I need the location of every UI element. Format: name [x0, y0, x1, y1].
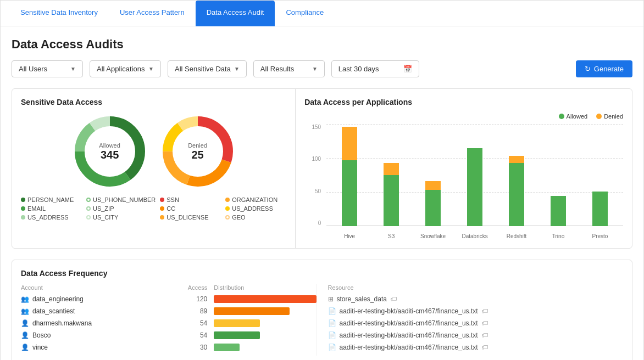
user-icon: 👤	[21, 319, 29, 327]
bar-redshift	[498, 124, 535, 226]
app-chart-section: Data Access per Applications Allowed Den…	[296, 89, 632, 248]
filter-bar: All Users ▼ All Applications ▼ All Sensi…	[12, 60, 632, 77]
freq-row-dharmesh: 👤 dharmesh.makwana 54	[21, 319, 317, 327]
file-icon: 📄	[328, 307, 336, 315]
tab-user-access-pattern[interactable]: User Access Pattern	[109, 1, 196, 26]
file-icon: 📄	[328, 319, 336, 327]
tag-icon: 🏷	[481, 307, 488, 315]
date-filter[interactable]: Last 30 days 📅	[331, 60, 419, 77]
users-filter[interactable]: All Users ▼	[12, 60, 83, 77]
refresh-icon: ↻	[585, 65, 591, 73]
file-icon: 📄	[328, 344, 336, 351]
chart-legend: PERSON_NAME US_PHONE_NUMBER SSN ORGANIZA…	[21, 196, 286, 221]
legend-allowed: Allowed	[559, 113, 588, 120]
bar-chart: 150 100 50 0	[304, 124, 623, 239]
resource-file-4: 📄 aaditi-er-testing-bkt/aaditi-cm467/fin…	[328, 344, 624, 351]
generate-button[interactable]: ↻ Generate	[576, 60, 632, 77]
x-axis-labels: Hive S3 Snowflake Databricks Redshift Tr…	[326, 226, 623, 239]
legend-person-name: PERSON_NAME	[21, 196, 82, 203]
tag-icon: 🏷	[481, 344, 488, 351]
results-filter[interactable]: All Results ▼	[253, 60, 325, 77]
legend-us-address-r: US_ADDRESS	[225, 205, 286, 212]
frequency-right: Resource ⊞ store_sales_data 🏷 📄 aaditi-e…	[317, 284, 624, 356]
freq-row-data-engineering: 👥 data_engineering 120	[21, 295, 317, 303]
allowed-value: 345	[99, 149, 120, 161]
applications-filter[interactable]: All Applications ▼	[90, 60, 161, 77]
chevron-down-icon: ▼	[312, 66, 318, 72]
freq-row-data-scantiest: 👥 data_scantiest 89	[21, 307, 317, 315]
tag-icon: 🏷	[390, 295, 397, 303]
sensitive-data-title: Sensitive Data Access	[21, 98, 286, 106]
legend-cc: CC	[160, 205, 221, 212]
resource-file-2: 📄 aaditi-er-testing-bkt/aaditi-cm467/fin…	[328, 319, 624, 327]
tab-bar: Sensitive Data Inventory User Access Pat…	[1, 1, 643, 26]
user-icon: 👤	[21, 344, 29, 351]
resource-header: Resource	[328, 284, 624, 291]
denied-donut: Denied 25	[159, 113, 236, 190]
legend-us-phone: US_PHONE_NUMBER	[86, 196, 156, 203]
legend-denied: Denied	[596, 113, 623, 120]
app-chart-legend: Allowed Denied	[304, 113, 623, 120]
tab-compliance[interactable]: Compliance	[275, 1, 335, 26]
group-icon: 👥	[21, 307, 29, 315]
freq-row-bosco: 👤 Bosco 54	[21, 331, 317, 339]
user-icon: 👤	[21, 331, 29, 339]
page-title: Data Access Audits	[12, 37, 632, 52]
chevron-down-icon: ▼	[234, 66, 240, 72]
tag-icon: 🏷	[481, 319, 488, 327]
resource-store-sales: ⊞ store_sales_data 🏷	[328, 295, 624, 303]
denied-value: 25	[188, 149, 207, 161]
table-icon: ⊞	[328, 295, 334, 303]
calendar-icon: 📅	[403, 65, 412, 73]
frequency-title: Data Access Frequency	[21, 269, 623, 278]
bar-presto	[581, 124, 619, 226]
sensitive-data-filter[interactable]: All Sensitive Data ▼	[168, 60, 247, 77]
group-icon: 👥	[21, 295, 29, 303]
legend-us-dlicense: US_DLICENSE	[160, 214, 221, 221]
legend-us-address: US_ADDRESS	[21, 214, 82, 221]
legend-us-zip: US_ZIP	[86, 205, 156, 212]
legend-geo: GEO	[225, 214, 286, 221]
freq-row-vince: 👤 vince 30	[21, 344, 317, 351]
bar-databricks	[456, 124, 493, 226]
tag-icon: 🏷	[481, 331, 488, 339]
bar-hive	[331, 124, 368, 226]
frequency-columns: Account Access Distribution 👥 data_engin…	[21, 284, 623, 356]
resource-file-1: 📄 aaditi-er-testing-bkt/aaditi-cm467/fin…	[328, 307, 624, 315]
sensitive-data-section: Sensitive Data Access	[12, 89, 296, 248]
donut-row: Allowed 345	[21, 113, 286, 190]
bars-container	[326, 124, 623, 226]
chevron-down-icon: ▼	[70, 66, 76, 72]
resource-file-3: 📄 aaditi-er-testing-bkt/aaditi-cm467/fin…	[328, 331, 624, 339]
frequency-header: Account Access Distribution	[21, 284, 317, 291]
legend-us-city: US_CITY	[86, 214, 156, 221]
legend-email: EMAIL	[21, 205, 82, 212]
legend-organization: ORGANIZATION	[225, 196, 286, 203]
y-axis: 150 100 50 0	[304, 124, 324, 226]
chevron-down-icon: ▼	[148, 66, 154, 72]
charts-row: Sensitive Data Access	[12, 88, 632, 249]
frequency-left: Account Access Distribution 👥 data_engin…	[21, 284, 317, 356]
bar-snowflake	[414, 124, 452, 226]
tab-data-access-audit[interactable]: Data Access Audit	[196, 1, 275, 26]
app-chart-title: Data Access per Applications	[304, 98, 623, 106]
bar-trino	[540, 124, 577, 226]
denied-label: Denied	[188, 142, 207, 149]
tab-sensitive-data-inventory[interactable]: Sensitive Data Inventory	[9, 1, 109, 26]
allowed-donut: Allowed 345	[71, 113, 148, 190]
frequency-section: Data Access Frequency Account Access Dis…	[12, 260, 632, 360]
bar-s3	[373, 124, 410, 226]
allowed-label: Allowed	[99, 142, 120, 149]
legend-ssn: SSN	[160, 196, 221, 203]
file-icon: 📄	[328, 331, 336, 339]
